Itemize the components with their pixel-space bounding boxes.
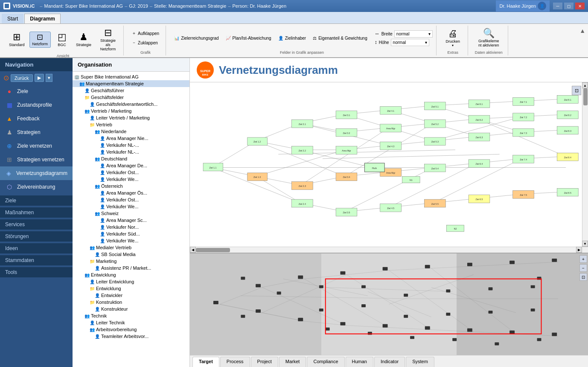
tree-item[interactable]: 👤Verkäufer NL-... bbox=[73, 149, 189, 155]
btn-aufklappen[interactable]: ＋ Aufklappen bbox=[129, 29, 162, 38]
tree-item[interactable]: 👤Verkäufer We... bbox=[73, 237, 189, 244]
tree-item[interactable]: 👥Technik bbox=[73, 312, 189, 319]
tree-item[interactable]: 📁Konstruktion bbox=[73, 299, 189, 306]
tree-item[interactable]: 👤Verkäufer We... bbox=[73, 176, 189, 183]
sidebar-item-feedback[interactable]: ▲ Feedback bbox=[0, 112, 73, 125]
minimap-fit[interactable]: ⊡ bbox=[579, 273, 587, 281]
hoehe-dropdown[interactable]: normal ▾ bbox=[391, 39, 429, 46]
minimap-zoom-in[interactable]: + bbox=[579, 255, 587, 263]
svg-rect-201 bbox=[495, 342, 499, 345]
tree-item[interactable]: 👤Assistenz PR / Market... bbox=[73, 265, 189, 271]
tree-item[interactable]: 👤Teamleiter Arbeitsvor... bbox=[73, 333, 189, 340]
tree-item-label: Area Manager De... bbox=[106, 163, 147, 168]
ribbon-collapse-btn[interactable]: ▲ bbox=[579, 26, 585, 55]
btn-strategie[interactable]: ♟ Strategie bbox=[73, 31, 94, 49]
tree-item[interactable]: 👤Area Manager Sc... bbox=[73, 217, 189, 224]
tree-item[interactable]: 👤Area Manager Ös... bbox=[73, 189, 189, 196]
tree-item[interactable]: 👥Entwicklung bbox=[73, 271, 189, 278]
btn-eigenanteil[interactable]: ⚖ Eigenanteil & Gewichtung bbox=[310, 35, 370, 42]
tab-start[interactable]: Start bbox=[2, 14, 23, 23]
sidebar-item-strategien-vernetzen[interactable]: ⊞ Strategien vernetzen bbox=[0, 153, 73, 166]
btn-strategie-netzform[interactable]: ⊟ Strategie als Netzform bbox=[96, 26, 120, 53]
tree-item[interactable]: 👤Geschäftsführer bbox=[73, 87, 189, 94]
nav-forward-button[interactable]: ▶ bbox=[35, 74, 44, 82]
tree-item[interactable]: 👤Area Manager Nie... bbox=[73, 135, 189, 142]
tab-indicator[interactable]: Indicator bbox=[374, 357, 405, 367]
svg-line-138 bbox=[220, 287, 262, 304]
diagram-scroll-right[interactable]: ▶ bbox=[576, 247, 582, 253]
sidebar-item-ziele[interactable]: ● Ziele bbox=[0, 84, 73, 98]
tree-item[interactable]: 👤Verkäufer We... bbox=[73, 203, 189, 210]
tree-item[interactable]: 👥Arbeitsvorbereitung bbox=[73, 326, 189, 333]
tree-item[interactable]: 👤SB Social Media bbox=[73, 251, 189, 258]
tree-item[interactable]: 👤Entwickler bbox=[73, 292, 189, 299]
superbike-logo: SUPER BIKE bbox=[197, 61, 214, 79]
nav-dropdown-button[interactable]: ▾ bbox=[46, 74, 52, 82]
tree-item[interactable]: 📁Entwicklung bbox=[73, 285, 189, 292]
tab-market[interactable]: Market bbox=[279, 357, 306, 367]
tree-item[interactable]: 👤Leiter Technik bbox=[73, 319, 189, 326]
btn-drucken[interactable]: 🖨 Drucken ▾ bbox=[443, 27, 463, 49]
tree-item[interactable]: 👥Österreich bbox=[73, 183, 189, 189]
diagram-hscroll[interactable]: ◀ ▶ bbox=[190, 247, 588, 253]
tab-target[interactable]: Target bbox=[192, 357, 219, 367]
tree-item[interactable]: 👥Vertrieb / Marketing bbox=[73, 108, 189, 114]
tree-item[interactable]: 👥Managementteam Strategie bbox=[73, 80, 189, 87]
minimize-button[interactable]: ─ bbox=[553, 3, 562, 9]
tab-process[interactable]: Process bbox=[220, 357, 250, 367]
sidebar-item-strategien[interactable]: ♟ Strategien bbox=[0, 125, 73, 139]
fit-view-button[interactable]: ⊡ bbox=[572, 86, 581, 95]
tab-diagramm[interactable]: Diagramm bbox=[24, 14, 61, 23]
tree-item[interactable]: 📁Vertrieb bbox=[73, 121, 189, 128]
btn-standard[interactable]: ⊞ Standard bbox=[6, 31, 28, 49]
tree-item[interactable]: 👤Leiter Entwicklung bbox=[73, 278, 189, 285]
sidebar-item-ziele-vernetzen[interactable]: ⊕ Ziele vernetzen bbox=[0, 139, 73, 153]
tree-item[interactable]: 📁Geschäftsfelder bbox=[73, 94, 189, 101]
btn-plan-ist[interactable]: 📈 Plan/Ist-Abweichung bbox=[223, 35, 274, 42]
vscroll-thumb[interactable] bbox=[583, 88, 588, 105]
btn-zuklappen[interactable]: － Zuklappen bbox=[129, 38, 162, 47]
btn-zielerreichungsgrad[interactable]: 📊 Zielerreichungsgrad bbox=[171, 35, 221, 42]
sidebar-item-zielvereinbarung[interactable]: ⬡ Zielvereinbarung bbox=[0, 180, 73, 194]
diagram-scroll-left[interactable]: ◀ bbox=[190, 247, 196, 253]
tab-compliance[interactable]: Compliance bbox=[307, 357, 344, 367]
btn-zielinhaber[interactable]: 👤 Zielinhaber bbox=[275, 35, 309, 42]
tree-icon: 👤 bbox=[100, 232, 105, 236]
tree-item[interactable]: 👥Schweiz bbox=[73, 210, 189, 217]
tree-item[interactable]: 👥Deutschland bbox=[73, 155, 189, 162]
tree-item[interactable]: 👤Leiter Vertrieb / Marketing bbox=[73, 114, 189, 121]
sidebar-item-vernetzungsdiagramm[interactable]: ◈ Vernetzungsdiagramm bbox=[0, 166, 73, 180]
btn-bgc[interactable]: ◰ BGC bbox=[52, 31, 71, 49]
tab-project[interactable]: Project bbox=[251, 357, 278, 367]
diagram-scroll-down[interactable]: ▼ bbox=[582, 241, 588, 247]
minimap-zoom-out[interactable]: − bbox=[579, 264, 587, 272]
tree-item[interactable]: 👤Verkäufer Ost... bbox=[73, 169, 189, 176]
tree-item[interactable]: 👤Geschäftsfeldverantwortlich... bbox=[73, 101, 189, 108]
diagram-canvas[interactable]: Ziel 1.1 Ziel 1.2 Ziel 1.3 Ziel 2.1 Ziel… bbox=[190, 82, 588, 253]
btn-netzform[interactable]: ⊡ Netzform bbox=[29, 32, 51, 48]
hscroll-thumb[interactable] bbox=[196, 248, 230, 252]
tree-item[interactable]: 👤Konstrukteur bbox=[73, 306, 189, 312]
close-button[interactable]: ✕ bbox=[575, 3, 585, 9]
tree-item[interactable]: 🏢Super Bike International AG bbox=[73, 73, 189, 80]
diagram-vscroll[interactable]: ▲ ▼ bbox=[582, 82, 588, 253]
maximize-button[interactable]: ◻ bbox=[564, 3, 573, 9]
tree-item[interactable]: 👤Area Manager De... bbox=[73, 162, 189, 169]
diagram-scroll-up[interactable]: ▲ bbox=[582, 82, 588, 88]
nav-back-button[interactable]: Zurück bbox=[11, 74, 33, 82]
tree-item[interactable]: 📁Marketing bbox=[73, 258, 189, 265]
btn-grafik-aktivieren[interactable]: 🔍 Grafikelement aktivieren bbox=[475, 27, 502, 49]
tree-item[interactable]: 👥Medialer Vertrieb bbox=[73, 244, 189, 251]
svg-rect-197 bbox=[531, 309, 535, 312]
tree-item[interactable]: 👤Verkäufer Ost... bbox=[73, 196, 189, 203]
tab-system[interactable]: System bbox=[406, 357, 434, 367]
tab-human[interactable]: Human bbox=[346, 357, 373, 367]
sidebar-item-zustandsprofile[interactable]: ▦ Zustandsprofile bbox=[0, 98, 73, 112]
tree-item[interactable]: 👥Niederlande bbox=[73, 128, 189, 135]
breite-dropdown[interactable]: normal ▾ bbox=[394, 30, 433, 38]
title-fy: GJ: 2019 bbox=[129, 3, 148, 9]
tree-item[interactable]: 👤Verkäufer Nor... bbox=[73, 224, 189, 230]
daten-group-label: Daten aktivieren bbox=[475, 50, 503, 55]
tree-item[interactable]: 👤Verkäufer Süd... bbox=[73, 230, 189, 237]
tree-item[interactable]: 👤Verkäufer NL-... bbox=[73, 142, 189, 149]
